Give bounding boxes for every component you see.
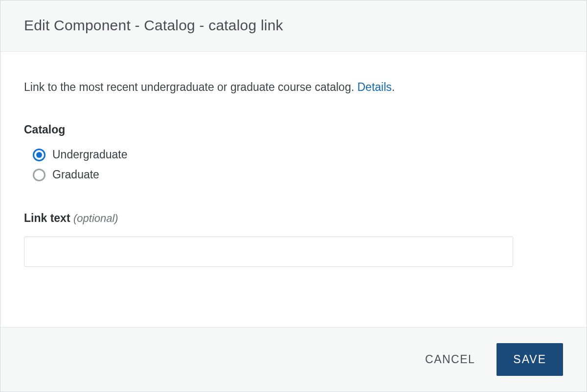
radio-graduate[interactable]: Graduate [33,168,563,181]
catalog-label: Catalog [24,123,563,136]
catalog-radio-group: Undergraduate Graduate [33,148,563,181]
dialog-title: Edit Component - Catalog - catalog link [24,17,563,34]
description-post: . [392,81,395,93]
dialog-header: Edit Component - Catalog - catalog link [0,0,587,52]
description-pre: Link to the most recent undergraduate or… [24,81,357,93]
link-text-label: Link text (optional) [24,212,563,225]
dialog-footer: CANCEL SAVE [0,327,587,392]
radio-icon-unselected [33,169,45,181]
link-text-input[interactable] [24,237,513,267]
edit-component-dialog: Edit Component - Catalog - catalog link … [0,0,587,392]
radio-label: Undergraduate [52,148,127,161]
radio-icon-selected [33,149,45,161]
cancel-button[interactable]: CANCEL [421,347,479,372]
description-text: Link to the most recent undergraduate or… [24,79,563,95]
link-text-label-main: Link text [24,212,73,224]
link-text-label-optional: (optional) [73,212,118,224]
details-link[interactable]: Details [357,81,391,93]
save-button[interactable]: SAVE [497,343,563,376]
radio-label: Graduate [52,168,99,181]
dialog-body: Link to the most recent undergraduate or… [0,52,587,327]
radio-undergraduate[interactable]: Undergraduate [33,148,563,161]
